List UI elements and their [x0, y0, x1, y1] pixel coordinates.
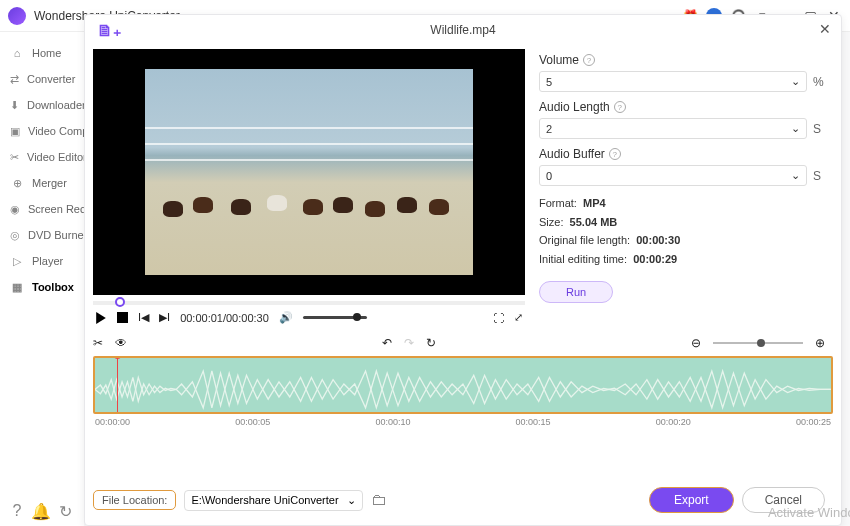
svg-rect-1 [95, 358, 831, 414]
sidebar-item-screen-recorder[interactable]: ◉Screen Recorder [0, 196, 84, 222]
chevron-down-icon: ⌄ [791, 75, 800, 88]
audio-buffer-select[interactable]: 0⌄ [539, 165, 807, 186]
sidebar-item-merger[interactable]: ⊕Merger [0, 170, 84, 196]
sidebar-item-downloader[interactable]: ⬇Downloader [0, 92, 84, 118]
volume-unit: % [813, 75, 825, 89]
sidebar-item-label: Merger [32, 177, 67, 189]
cut-icon[interactable]: ✂ [93, 336, 103, 350]
sidebar-item-player[interactable]: ▷Player [0, 248, 84, 274]
download-icon: ⬇ [10, 98, 19, 112]
chevron-down-icon: ⌄ [791, 122, 800, 135]
snapshot-icon[interactable]: ⛶ [493, 312, 504, 324]
bell-icon[interactable]: 🔔 [34, 504, 48, 518]
dialog-header: 🗎₊ Wildlife.mp4 ✕ [85, 15, 841, 45]
zoom-out-icon[interactable]: ⊖ [691, 336, 701, 350]
settings-panel: Volume? 5⌄% Audio Length? 2⌄S Audio Buff… [539, 49, 825, 330]
windows-watermark: Activate Window [768, 505, 850, 520]
export-button[interactable]: Export [649, 487, 734, 513]
file-info: Format: MP4 Size: 55.04 MB Original file… [539, 194, 825, 269]
time-display: 00:00:01/00:00:30 [180, 312, 269, 324]
volume-select[interactable]: 5⌄ [539, 71, 807, 92]
disc-icon: ◎ [10, 228, 20, 242]
file-location-select[interactable]: E:\Wondershare UniConverter⌄ [184, 490, 362, 511]
app-logo [8, 7, 26, 25]
timeline[interactable]: 00:00:0000:00:0500:00:1000:00:1500:00:20… [93, 356, 833, 427]
sidebar-item-label: Player [32, 255, 63, 267]
grid-icon: ▦ [10, 280, 24, 294]
playhead[interactable] [117, 356, 118, 412]
sidebar-item-video-compressor[interactable]: ▣Video Compressor [0, 118, 84, 144]
chevron-down-icon: ⌄ [791, 169, 800, 182]
reset-icon[interactable]: ↻ [426, 336, 436, 350]
player-controls: I◀ ▶I 00:00:01/00:00:30 🔊 ⛶ ⤢ [93, 305, 525, 330]
close-icon[interactable]: ✕ [819, 21, 831, 37]
prev-button[interactable]: I◀ [138, 311, 149, 324]
play-icon: ▷ [10, 254, 24, 268]
sidebar: ⌂Home ⇄Converter ⬇Downloader ▣Video Comp… [0, 32, 84, 526]
home-icon: ⌂ [10, 46, 24, 60]
audio-length-unit: S [813, 122, 825, 136]
sidebar-item-label: Video Compressor [28, 125, 84, 137]
dialog-footer: File Location: E:\Wondershare UniConvert… [93, 487, 825, 513]
sidebar-item-label: Screen Recorder [28, 203, 84, 215]
sidebar-item-label: Downloader [27, 99, 84, 111]
sidebar-item-toolbox[interactable]: ▦Toolbox [0, 274, 84, 300]
volume-icon[interactable]: 🔊 [279, 311, 293, 324]
help-icon[interactable]: ? [609, 148, 621, 160]
merge-icon: ⊕ [10, 176, 24, 190]
zoom-slider[interactable] [713, 342, 803, 344]
sidebar-item-label: Converter [27, 73, 75, 85]
editor-dialog: 🗎₊ Wildlife.mp4 ✕ [84, 14, 842, 526]
add-file-icon[interactable]: 🗎₊ [97, 21, 121, 40]
stop-button[interactable] [117, 312, 128, 323]
zoom-in-icon[interactable]: ⊕ [815, 336, 825, 350]
sidebar-item-label: Video Editor [27, 151, 84, 163]
volume-label: Volume [539, 53, 579, 67]
timeline-toolbar: ✂ 👁 ↶ ↷ ↻ ⊖ ⊕ [85, 330, 841, 356]
sidebar-item-converter[interactable]: ⇄Converter [0, 66, 84, 92]
audio-buffer-label: Audio Buffer [539, 147, 605, 161]
chevron-down-icon: ⌄ [347, 494, 356, 507]
sidebar-item-label: DVD Burner [28, 229, 84, 241]
sidebar-item-label: Home [32, 47, 61, 59]
audio-length-select[interactable]: 2⌄ [539, 118, 807, 139]
svg-rect-0 [117, 312, 128, 323]
record-icon: ◉ [10, 202, 20, 216]
video-preview[interactable] [93, 49, 525, 295]
file-location-label: File Location: [93, 490, 176, 510]
timeline-ruler: 00:00:0000:00:0500:00:1000:00:1500:00:20… [93, 414, 833, 427]
help-icon[interactable]: ? [583, 54, 595, 66]
play-button[interactable] [95, 312, 107, 324]
sidebar-item-video-editor[interactable]: ✂Video Editor [0, 144, 84, 170]
compress-icon: ▣ [10, 124, 20, 138]
eye-icon[interactable]: 👁 [115, 336, 127, 350]
convert-icon: ⇄ [10, 72, 19, 86]
waveform [95, 358, 831, 414]
next-button[interactable]: ▶I [159, 311, 170, 324]
refresh-icon[interactable]: ↻ [58, 504, 72, 518]
audio-buffer-unit: S [813, 169, 825, 183]
folder-icon[interactable]: 🗀 [371, 491, 387, 509]
volume-slider[interactable] [303, 316, 367, 319]
run-button[interactable]: Run [539, 281, 613, 303]
help-icon[interactable]: ? [614, 101, 626, 113]
scissors-icon: ✂ [10, 150, 19, 164]
help-icon[interactable]: ? [10, 504, 24, 518]
fullscreen-icon[interactable]: ⤢ [514, 311, 523, 324]
sidebar-item-dvd-burner[interactable]: ◎DVD Burner [0, 222, 84, 248]
sidebar-item-home[interactable]: ⌂Home [0, 40, 84, 66]
audio-length-label: Audio Length [539, 100, 610, 114]
undo-icon[interactable]: ↶ [382, 336, 392, 350]
redo-icon[interactable]: ↷ [404, 336, 414, 350]
dialog-filename: Wildlife.mp4 [430, 23, 495, 37]
sidebar-item-label: Toolbox [32, 281, 74, 293]
